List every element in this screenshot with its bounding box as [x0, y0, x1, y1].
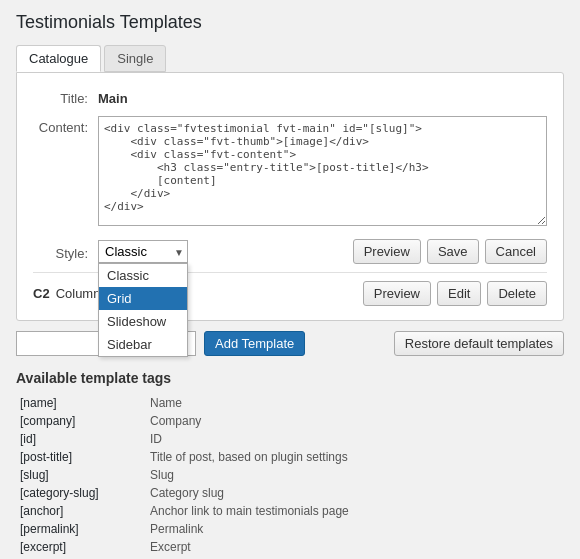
- tags-table-row: [slug] Slug: [16, 466, 564, 484]
- title-label: Title:: [33, 87, 98, 106]
- tag-key: [id]: [16, 430, 146, 448]
- tag-desc: Company: [146, 412, 564, 430]
- content-row: Content:: [33, 116, 547, 229]
- style-label: Style:: [33, 242, 98, 261]
- tag-key: [name]: [16, 394, 146, 412]
- c2-actions: Preview Edit Delete: [363, 281, 547, 306]
- tag-desc: Category slug: [146, 484, 564, 502]
- tags-title: Available template tags: [16, 370, 564, 386]
- tag-desc: Excerpt: [146, 538, 564, 556]
- dropdown-item-classic[interactable]: Classic: [99, 264, 187, 287]
- page-title: Testimonials Templates: [16, 12, 564, 33]
- tab-catalogue[interactable]: Catalogue: [16, 45, 101, 72]
- tags-table-row: [anchor] Anchor link to main testimonial…: [16, 502, 564, 520]
- tag-key: [slug]: [16, 466, 146, 484]
- tag-desc: Title of post, based on plugin settings: [146, 448, 564, 466]
- add-template-button[interactable]: Add Template: [204, 331, 305, 356]
- c2-edit-button[interactable]: Edit: [437, 281, 481, 306]
- tab-single[interactable]: Single: [104, 45, 166, 72]
- tag-key: [category-slug]: [16, 484, 146, 502]
- c2-delete-button[interactable]: Delete: [487, 281, 547, 306]
- restore-defaults-button[interactable]: Restore default templates: [394, 331, 564, 356]
- tabs: Catalogue Single: [16, 45, 564, 72]
- tag-desc: Anchor link to main testimonials page: [146, 502, 564, 520]
- dropdown-item-slideshow[interactable]: Slideshow: [99, 310, 187, 333]
- tag-key: [permalink]: [16, 520, 146, 538]
- tag-desc: ID: [146, 430, 564, 448]
- content-label: Content:: [33, 116, 98, 135]
- main-card: Title: Main Content: Style: Classic Grid…: [16, 72, 564, 321]
- save-button[interactable]: Save: [427, 239, 479, 264]
- dropdown-item-sidebar[interactable]: Sidebar: [99, 333, 187, 356]
- c2-badge: C2: [33, 286, 50, 301]
- tags-table-row: [id] ID: [16, 430, 564, 448]
- style-row-wrap: Style: Classic Grid Slideshow Sidebar ▼ …: [33, 239, 547, 264]
- tag-desc: Slug: [146, 466, 564, 484]
- tags-table-row: [excerpt] Excerpt: [16, 538, 564, 556]
- tags-section: Available template tags [name] Name [com…: [16, 370, 564, 559]
- style-row: Style: Classic Grid Slideshow Sidebar ▼ …: [33, 240, 188, 263]
- c2-info: C2 Columns: [33, 286, 107, 301]
- tags-table-row: [name] Name: [16, 394, 564, 412]
- preview-button[interactable]: Preview: [353, 239, 421, 264]
- style-dropdown-menu: Classic Grid Slideshow Sidebar: [98, 263, 188, 357]
- c2-preview-button[interactable]: Preview: [363, 281, 431, 306]
- tag-key: [excerpt]: [16, 538, 146, 556]
- content-textarea[interactable]: [98, 116, 547, 226]
- tags-table-row: [company] Company: [16, 412, 564, 430]
- tags-table-row: [post-title] Title of post, based on plu…: [16, 448, 564, 466]
- content-wrap: [98, 116, 547, 229]
- tag-key: [company]: [16, 412, 146, 430]
- tags-table-row: [category-slug] Category slug: [16, 484, 564, 502]
- title-row: Title: Main: [33, 87, 547, 106]
- tag-key: [post-title]: [16, 448, 146, 466]
- title-value: Main: [98, 87, 128, 106]
- dropdown-item-grid[interactable]: Grid: [99, 287, 187, 310]
- form-actions: Preview Save Cancel: [353, 239, 547, 264]
- tags-table-row: [permalink] Permalink: [16, 520, 564, 538]
- tag-desc: Permalink: [146, 520, 564, 538]
- style-select-wrap: Classic Grid Slideshow Sidebar ▼: [98, 240, 188, 263]
- tag-desc: Name: [146, 394, 564, 412]
- style-select[interactable]: Classic Grid Slideshow Sidebar: [98, 240, 188, 263]
- tag-key: [anchor]: [16, 502, 146, 520]
- cancel-button[interactable]: Cancel: [485, 239, 547, 264]
- style-dropdown-wrap: Classic Grid Slideshow Sidebar ▼ Classic…: [98, 240, 188, 263]
- tags-table: [name] Name [company] Company [id] ID [p…: [16, 394, 564, 559]
